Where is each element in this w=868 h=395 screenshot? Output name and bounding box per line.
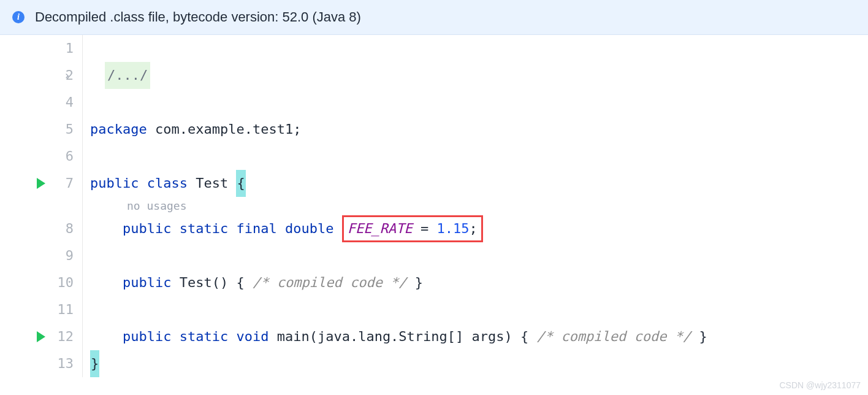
keyword-class: class: [147, 170, 188, 197]
keyword-double: double: [285, 215, 333, 242]
code-line: public static final double FEE_RATE = 1.…: [90, 215, 868, 242]
line-number: 11: [56, 296, 74, 323]
keyword-final: final: [236, 215, 276, 242]
brace-open: {: [236, 170, 245, 197]
run-icon[interactable]: [37, 178, 45, 189]
brace-close-sp: }: [691, 323, 707, 350]
brace-close: }: [90, 350, 99, 377]
keyword-static: static: [180, 323, 228, 350]
keyword-package: package: [90, 116, 147, 143]
code-line: public static void main(java.lang.String…: [90, 323, 868, 350]
constructor-name: Test: [180, 269, 212, 296]
code-line: [90, 89, 868, 116]
info-icon: i: [12, 11, 25, 23]
brace-open-sp: {: [512, 323, 537, 350]
gutter: 1 2 › 4 5 6 7 8 9 10 11 12 13: [0, 35, 83, 377]
gutter-line: 5: [0, 116, 74, 143]
keyword-public: public: [90, 170, 139, 197]
gutter-line: 6: [0, 143, 74, 170]
gutter-line: 10: [0, 269, 74, 296]
line-number: 12: [56, 323, 74, 350]
code-line: [90, 143, 868, 170]
banner-text: Decompiled .class file, bytecode version…: [35, 9, 361, 25]
usage-hint: no usages: [90, 197, 868, 215]
gutter-line: 9: [0, 242, 74, 269]
line-number: 1: [56, 35, 74, 62]
code-editor[interactable]: 1 2 › 4 5 6 7 8 9 10 11 12 13 /.../ pack…: [0, 35, 868, 377]
keyword-void: void: [236, 323, 268, 350]
keyword-public: public: [123, 269, 171, 296]
code-line: public Test() { /* compiled code */ }: [90, 269, 868, 296]
folded-region[interactable]: /.../: [105, 62, 150, 89]
semicolon: ;: [469, 221, 477, 236]
line-number: 9: [56, 242, 74, 269]
code-line: package com.example.test1;: [90, 116, 868, 143]
gutter-line: 4: [0, 89, 74, 116]
class-name: Test: [196, 170, 228, 197]
brace-open-sp: {: [228, 269, 253, 296]
code-area[interactable]: /.../ package com.example.test1; public …: [83, 35, 868, 377]
line-number: 6: [56, 143, 74, 170]
compiled-comment: /* compiled code */: [537, 323, 691, 350]
gutter-line: 12: [0, 323, 74, 350]
gutter-line: 8: [0, 215, 74, 242]
watermark: CSDN @wjy2311077: [780, 380, 861, 390]
code-line-folded: /.../: [90, 62, 868, 89]
code-line: [90, 296, 868, 323]
code-line: [90, 242, 868, 269]
code-line: }: [90, 350, 868, 377]
keyword-public: public: [123, 323, 171, 350]
package-name: com.example.test1;: [147, 116, 302, 143]
highlighted-field: FEE_RATE = 1.15;: [342, 215, 483, 242]
parens: (): [212, 269, 229, 296]
gutter-line: 2 ›: [0, 62, 74, 89]
method-name: main: [277, 323, 310, 350]
gutter-line: 1: [0, 35, 74, 62]
gutter-line: 7: [0, 170, 74, 197]
line-number: 8: [56, 215, 74, 242]
keyword-public: public: [123, 215, 171, 242]
main-args: (java.lang.String[] args): [310, 323, 512, 350]
keyword-static: static: [180, 215, 228, 242]
line-number: 13: [56, 350, 74, 377]
gutter-line: 13: [0, 350, 74, 377]
gutter-line: 11: [0, 296, 74, 323]
field-name: FEE_RATE: [348, 221, 413, 236]
field-value: 1.15: [436, 221, 469, 236]
code-line: public class Test {: [90, 170, 868, 197]
line-number: 5: [56, 116, 74, 143]
code-line: [90, 35, 868, 62]
chevron-right-icon[interactable]: ›: [64, 62, 70, 89]
run-icon[interactable]: [37, 331, 45, 342]
line-number: 7: [56, 170, 74, 197]
line-number: 4: [56, 89, 74, 116]
brace-close-sp: }: [407, 269, 424, 296]
info-banner: i Decompiled .class file, bytecode versi…: [0, 0, 868, 35]
line-number: 10: [56, 269, 74, 296]
equals: =: [413, 221, 437, 236]
gutter-line: [0, 197, 74, 215]
compiled-comment: /* compiled code */: [253, 269, 407, 296]
